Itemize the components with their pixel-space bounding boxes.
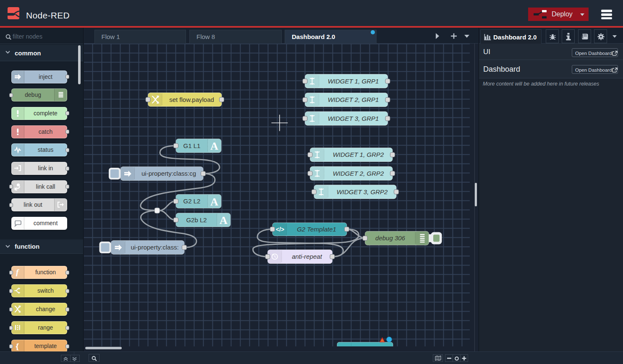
svg-text:G2b L2: G2b L2	[186, 216, 207, 224]
svg-text:ui-property:class:cg: ui-property:class:cg	[141, 170, 196, 177]
svg-text:WIDGET 2, GRP2: WIDGET 2, GRP2	[333, 170, 384, 177]
svg-text:debug 306: debug 306	[375, 234, 406, 242]
svg-text:WIDGET 1, GRP2: WIDGET 1, GRP2	[333, 151, 384, 158]
svg-text:anti-repeat: anti-repeat	[292, 253, 322, 260]
svg-text:WIDGET 2, GRP1: WIDGET 2, GRP1	[328, 96, 379, 103]
svg-text:WIDGET 3, GRP1: WIDGET 3, GRP1	[328, 115, 379, 122]
svg-text:ui-property:class:: ui-property:class:	[131, 244, 178, 251]
svg-text:A: A	[210, 196, 218, 208]
svg-text:G2 L2: G2 L2	[183, 198, 201, 205]
svg-text:A: A	[210, 140, 218, 152]
svg-text:A: A	[220, 214, 228, 226]
svg-text:WIDGET 3, GRP2: WIDGET 3, GRP2	[337, 188, 388, 195]
svg-text:G1 L1: G1 L1	[183, 142, 201, 149]
svg-text:G2 Template1: G2 Template1	[297, 226, 336, 233]
svg-text:set flow.payload: set flow.payload	[169, 96, 214, 103]
svg-text:WIDGET 1, GRP1: WIDGET 1, GRP1	[328, 78, 379, 85]
